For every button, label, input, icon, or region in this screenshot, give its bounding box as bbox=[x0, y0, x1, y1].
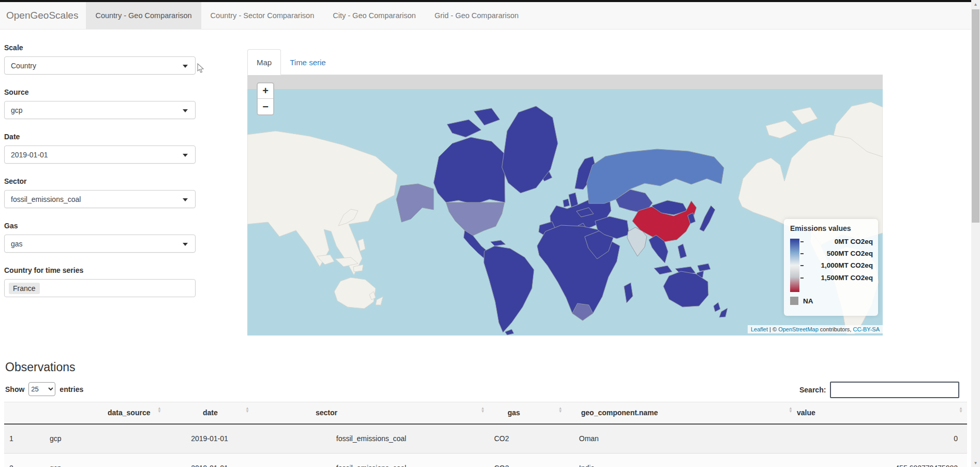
legend-tick bbox=[800, 241, 804, 242]
tab-map[interactable]: Map bbox=[247, 49, 281, 75]
scrollbar-thumb[interactable] bbox=[972, 9, 979, 223]
legend-title: Emissions values bbox=[790, 224, 873, 232]
sort-icon[interactable]: ▲▼ bbox=[157, 407, 161, 413]
map-skirt bbox=[247, 75, 883, 89]
legend-label-1500: 1,500MT CO2eq bbox=[806, 274, 873, 282]
navbar: OpenGeoScales Country - Geo Compararison… bbox=[0, 2, 971, 30]
map-attribution: Leaflet | © OpenStreetMap contributors, … bbox=[748, 325, 883, 333]
page: OpenGeoScales Country - Geo Compararison… bbox=[0, 0, 980, 467]
legend-label-500: 500MT CO2eq bbox=[806, 250, 873, 257]
page-length-select[interactable]: 25 bbox=[28, 382, 55, 396]
sort-icon[interactable]: ▲▼ bbox=[481, 407, 485, 413]
sort-icon[interactable]: ▲▼ bbox=[558, 407, 562, 413]
observations-title: Observations bbox=[5, 360, 76, 374]
sort-icon[interactable]: ▲▼ bbox=[959, 407, 963, 413]
mouse-cursor-icon bbox=[197, 63, 205, 74]
page-scrollbar[interactable]: ▲ ▼ bbox=[971, 0, 980, 467]
sector-label: Sector bbox=[4, 177, 197, 185]
main-nav: Country - Geo Compararison Country - Sec… bbox=[86, 2, 528, 29]
nav-tab-city-geo[interactable]: City - Geo Compararison bbox=[323, 2, 425, 29]
scrollbar-up-arrow[interactable]: ▲ bbox=[971, 0, 980, 8]
country-token[interactable]: France bbox=[9, 283, 40, 294]
chevron-down-icon bbox=[183, 65, 188, 68]
table-search: Search: bbox=[799, 382, 959, 398]
search-input[interactable] bbox=[830, 382, 959, 398]
entries-label: entries bbox=[60, 385, 83, 393]
source-label: Source bbox=[4, 88, 197, 96]
gas-select[interactable]: gas bbox=[4, 235, 196, 253]
sort-icon[interactable]: ▲▼ bbox=[245, 407, 249, 413]
source-select[interactable]: gcp bbox=[4, 101, 196, 119]
show-label: Show bbox=[5, 385, 24, 393]
zoom-in-button[interactable]: + bbox=[258, 83, 273, 99]
scale-label: Scale bbox=[4, 43, 197, 52]
date-label: Date bbox=[4, 133, 197, 141]
license-link[interactable]: CC-BY-SA bbox=[853, 326, 880, 332]
col-header-gas[interactable]: gas▲▼ bbox=[489, 402, 567, 424]
table-row[interactable]: 2 gcp 2019-01-01 fossil_emissions_coal C… bbox=[4, 454, 967, 467]
leaflet-map[interactable]: + − Emissions values bbox=[247, 75, 883, 335]
gas-label: Gas bbox=[4, 222, 197, 230]
observations-table: data_source▲▼ date▲▼ sector▲▼ gas▲▼ geo_… bbox=[4, 402, 967, 467]
legend-na-row: NA bbox=[790, 297, 813, 305]
sector-select[interactable]: fossil_emissions_coal bbox=[4, 190, 196, 208]
nav-tab-country-geo[interactable]: Country - Geo Compararison bbox=[86, 2, 201, 29]
col-header-sector[interactable]: sector▲▼ bbox=[254, 402, 489, 424]
map-country-ireland[interactable] bbox=[563, 199, 570, 207]
col-header-index[interactable] bbox=[4, 402, 46, 424]
col-header-date[interactable]: date▲▼ bbox=[166, 402, 254, 424]
page-length-control: Show 25 entries bbox=[5, 382, 83, 396]
chevron-down-icon bbox=[183, 109, 188, 112]
leaflet-link[interactable]: Leaflet bbox=[751, 326, 768, 332]
col-header-value[interactable]: value▲▼ bbox=[797, 402, 967, 424]
legend-label-1000: 1,000MT CO2eq bbox=[806, 261, 873, 269]
nav-tab-country-sector[interactable]: Country - Sector Compararison bbox=[201, 2, 324, 29]
table-row[interactable]: 1 gcp 2019-01-01 fossil_emissions_coal C… bbox=[4, 424, 967, 454]
legend-body: 0MT CO2eq 500MT CO2eq 1,000MT CO2eq 1,50… bbox=[790, 238, 873, 295]
zoom-out-button[interactable]: − bbox=[258, 99, 273, 114]
scale-select[interactable]: Country bbox=[4, 56, 196, 75]
map-legend: Emissions values bbox=[784, 219, 878, 316]
sidebar: Scale Country Source gcp Date 2019-01-01… bbox=[4, 43, 197, 311]
scrollbar-down-arrow[interactable]: ▼ bbox=[971, 459, 980, 467]
osm-link[interactable]: OpenStreetMap bbox=[778, 326, 819, 332]
chevron-down-icon bbox=[183, 198, 188, 201]
legend-label-0: 0MT CO2eq bbox=[806, 238, 873, 245]
na-swatch bbox=[790, 297, 798, 305]
search-label: Search: bbox=[799, 386, 826, 394]
nav-tab-grid-geo[interactable]: Grid - Geo Compararison bbox=[425, 2, 528, 29]
country-timeseries-input[interactable]: France bbox=[4, 279, 196, 297]
na-label: NA bbox=[803, 297, 813, 305]
country-timeseries-label: Country for time series bbox=[4, 266, 197, 274]
sort-icon[interactable]: ▲▼ bbox=[789, 407, 793, 413]
tab-time-serie[interactable]: Time serie bbox=[281, 49, 334, 75]
legend-tick bbox=[800, 278, 804, 279]
map-zoom-control: + − bbox=[257, 82, 274, 115]
chevron-down-icon bbox=[183, 243, 188, 246]
chevron-down-icon bbox=[183, 154, 188, 157]
map-tabset: Map Time serie bbox=[247, 49, 883, 75]
legend-tick bbox=[800, 265, 804, 266]
col-header-geo-component[interactable]: geo_component.name▲▼ bbox=[567, 402, 797, 424]
table-header-row: data_source▲▼ date▲▼ sector▲▼ gas▲▼ geo_… bbox=[4, 402, 967, 424]
date-select[interactable]: 2019-01-01 bbox=[4, 145, 196, 164]
app-brand: OpenGeoScales bbox=[0, 2, 86, 29]
legend-gradient-bar bbox=[790, 239, 799, 292]
legend-tick bbox=[800, 253, 804, 254]
col-header-data-source[interactable]: data_source▲▼ bbox=[46, 402, 166, 424]
